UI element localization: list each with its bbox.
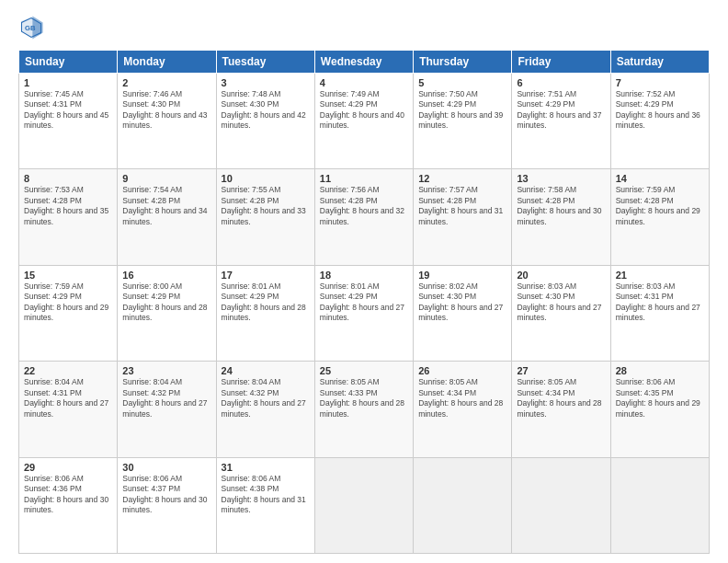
calendar-day-cell xyxy=(610,457,709,553)
day-number: 10 xyxy=(222,173,310,184)
day-number: 25 xyxy=(320,365,408,376)
day-detail: Sunrise: 8:06 AMSunset: 4:36 PMDaylight:… xyxy=(24,474,112,516)
day-detail: Sunrise: 7:53 AMSunset: 4:28 PMDaylight:… xyxy=(24,185,112,227)
calendar-day-cell: 29 Sunrise: 8:06 AMSunset: 4:36 PMDaylig… xyxy=(19,457,118,553)
main-container: GB SundayMondayTuesdayWednesdayThursdayF… xyxy=(0,0,728,563)
day-number: 19 xyxy=(418,270,506,281)
day-number: 1 xyxy=(24,77,112,88)
calendar-day-cell: 19 Sunrise: 8:02 AMSunset: 4:30 PMDaylig… xyxy=(414,265,512,361)
calendar-day-cell: 14 Sunrise: 7:59 AMSunset: 4:28 PMDaylig… xyxy=(610,169,709,265)
calendar-day-cell: 5 Sunrise: 7:50 AMSunset: 4:29 PMDayligh… xyxy=(414,74,512,169)
calendar-week-row: 1 Sunrise: 7:45 AMSunset: 4:31 PMDayligh… xyxy=(19,74,710,169)
calendar-week-row: 29 Sunrise: 8:06 AMSunset: 4:36 PMDaylig… xyxy=(19,457,710,553)
day-detail: Sunrise: 8:04 AMSunset: 4:32 PMDaylight:… xyxy=(222,377,310,419)
calendar-day-cell: 17 Sunrise: 8:01 AMSunset: 4:29 PMDaylig… xyxy=(216,265,314,361)
day-detail: Sunrise: 7:56 AMSunset: 4:28 PMDaylight:… xyxy=(320,185,408,227)
calendar-day-cell: 28 Sunrise: 8:06 AMSunset: 4:35 PMDaylig… xyxy=(610,362,709,457)
day-number: 13 xyxy=(517,173,605,184)
calendar-day-cell: 23 Sunrise: 8:04 AMSunset: 4:32 PMDaylig… xyxy=(118,362,216,457)
calendar-day-header: Saturday xyxy=(610,51,709,74)
day-number: 3 xyxy=(222,77,310,88)
calendar-day-cell: 21 Sunrise: 8:03 AMSunset: 4:31 PMDaylig… xyxy=(610,265,709,361)
calendar-day-cell: 9 Sunrise: 7:54 AMSunset: 4:28 PMDayligh… xyxy=(118,169,216,265)
day-number: 30 xyxy=(122,462,210,473)
calendar-day-cell: 8 Sunrise: 7:53 AMSunset: 4:28 PMDayligh… xyxy=(19,169,118,265)
day-detail: Sunrise: 8:06 AMSunset: 4:38 PMDaylight:… xyxy=(222,474,310,516)
calendar-day-cell: 26 Sunrise: 8:05 AMSunset: 4:34 PMDaylig… xyxy=(414,362,512,457)
day-detail: Sunrise: 8:00 AMSunset: 4:29 PMDaylight:… xyxy=(122,282,210,324)
day-number: 9 xyxy=(122,173,210,184)
day-number: 2 xyxy=(122,77,210,88)
day-detail: Sunrise: 7:46 AMSunset: 4:30 PMDaylight:… xyxy=(122,89,210,132)
day-number: 16 xyxy=(122,270,210,281)
day-number: 24 xyxy=(222,365,310,376)
day-number: 18 xyxy=(320,270,408,281)
calendar-day-header: Friday xyxy=(512,51,610,74)
calendar-day-cell: 31 Sunrise: 8:06 AMSunset: 4:38 PMDaylig… xyxy=(216,457,314,553)
day-number: 26 xyxy=(418,365,506,376)
day-detail: Sunrise: 7:57 AMSunset: 4:28 PMDaylight:… xyxy=(418,185,506,227)
calendar-day-cell: 20 Sunrise: 8:03 AMSunset: 4:30 PMDaylig… xyxy=(512,265,610,361)
day-detail: Sunrise: 8:05 AMSunset: 4:34 PMDaylight:… xyxy=(418,377,506,419)
calendar-day-cell xyxy=(314,457,413,553)
calendar-day-cell: 3 Sunrise: 7:48 AMSunset: 4:30 PMDayligh… xyxy=(216,74,314,169)
day-detail: Sunrise: 7:59 AMSunset: 4:28 PMDaylight:… xyxy=(616,185,704,227)
day-number: 21 xyxy=(616,270,704,281)
day-number: 7 xyxy=(616,77,704,88)
day-detail: Sunrise: 7:58 AMSunset: 4:28 PMDaylight:… xyxy=(517,185,605,227)
calendar-day-cell xyxy=(414,457,512,553)
calendar-day-header: Thursday xyxy=(414,51,512,74)
calendar-day-cell: 4 Sunrise: 7:49 AMSunset: 4:29 PMDayligh… xyxy=(314,74,413,169)
calendar-day-cell: 18 Sunrise: 8:01 AMSunset: 4:29 PMDaylig… xyxy=(314,265,413,361)
day-number: 17 xyxy=(222,270,310,281)
day-number: 4 xyxy=(320,77,408,88)
calendar-day-header: Tuesday xyxy=(216,51,314,74)
day-detail: Sunrise: 8:05 AMSunset: 4:34 PMDaylight:… xyxy=(517,377,605,419)
day-detail: Sunrise: 8:02 AMSunset: 4:30 PMDaylight:… xyxy=(418,282,506,324)
calendar-day-cell: 13 Sunrise: 7:58 AMSunset: 4:28 PMDaylig… xyxy=(512,169,610,265)
day-detail: Sunrise: 7:54 AMSunset: 4:28 PMDaylight:… xyxy=(122,185,210,227)
day-detail: Sunrise: 8:03 AMSunset: 4:31 PMDaylight:… xyxy=(616,282,704,324)
calendar-day-header: Sunday xyxy=(19,51,118,74)
day-number: 28 xyxy=(616,365,704,376)
day-number: 14 xyxy=(616,173,704,184)
logo-icon: GB xyxy=(18,15,44,40)
calendar-day-cell xyxy=(512,457,610,553)
calendar-day-header: Wednesday xyxy=(314,51,413,74)
calendar-header-row: SundayMondayTuesdayWednesdayThursdayFrid… xyxy=(19,51,710,74)
calendar-day-cell: 1 Sunrise: 7:45 AMSunset: 4:31 PMDayligh… xyxy=(19,74,118,169)
calendar-table: SundayMondayTuesdayWednesdayThursdayFrid… xyxy=(18,50,710,554)
calendar-week-row: 22 Sunrise: 8:04 AMSunset: 4:31 PMDaylig… xyxy=(19,362,710,457)
calendar-week-row: 8 Sunrise: 7:53 AMSunset: 4:28 PMDayligh… xyxy=(19,169,710,265)
day-detail: Sunrise: 8:04 AMSunset: 4:32 PMDaylight:… xyxy=(122,377,210,419)
day-number: 20 xyxy=(517,270,605,281)
calendar-day-header: Monday xyxy=(118,51,216,74)
calendar-week-row: 15 Sunrise: 7:59 AMSunset: 4:29 PMDaylig… xyxy=(19,265,710,361)
day-detail: Sunrise: 7:49 AMSunset: 4:29 PMDaylight:… xyxy=(320,89,408,132)
calendar-day-cell: 2 Sunrise: 7:46 AMSunset: 4:30 PMDayligh… xyxy=(118,74,216,169)
logo: GB xyxy=(18,15,48,40)
day-detail: Sunrise: 7:52 AMSunset: 4:29 PMDaylight:… xyxy=(616,89,704,132)
day-detail: Sunrise: 8:06 AMSunset: 4:35 PMDaylight:… xyxy=(616,377,704,419)
day-number: 22 xyxy=(24,365,112,376)
day-detail: Sunrise: 8:05 AMSunset: 4:33 PMDaylight:… xyxy=(320,377,408,419)
day-number: 15 xyxy=(24,270,112,281)
day-detail: Sunrise: 7:59 AMSunset: 4:29 PMDaylight:… xyxy=(24,282,112,324)
svg-text:GB: GB xyxy=(25,24,36,32)
calendar-day-cell: 30 Sunrise: 8:06 AMSunset: 4:37 PMDaylig… xyxy=(118,457,216,553)
calendar-day-cell: 24 Sunrise: 8:04 AMSunset: 4:32 PMDaylig… xyxy=(216,362,314,457)
day-detail: Sunrise: 7:55 AMSunset: 4:28 PMDaylight:… xyxy=(222,185,310,227)
calendar-day-cell: 7 Sunrise: 7:52 AMSunset: 4:29 PMDayligh… xyxy=(610,74,709,169)
day-detail: Sunrise: 7:48 AMSunset: 4:30 PMDaylight:… xyxy=(222,89,310,132)
day-number: 6 xyxy=(517,77,605,88)
calendar-day-cell: 12 Sunrise: 7:57 AMSunset: 4:28 PMDaylig… xyxy=(414,169,512,265)
calendar-day-cell: 11 Sunrise: 7:56 AMSunset: 4:28 PMDaylig… xyxy=(314,169,413,265)
calendar-day-cell: 27 Sunrise: 8:05 AMSunset: 4:34 PMDaylig… xyxy=(512,362,610,457)
day-number: 27 xyxy=(517,365,605,376)
day-number: 31 xyxy=(222,462,310,473)
day-detail: Sunrise: 7:51 AMSunset: 4:29 PMDaylight:… xyxy=(517,89,605,132)
day-detail: Sunrise: 7:50 AMSunset: 4:29 PMDaylight:… xyxy=(418,89,506,132)
day-detail: Sunrise: 8:06 AMSunset: 4:37 PMDaylight:… xyxy=(122,474,210,516)
calendar-day-cell: 10 Sunrise: 7:55 AMSunset: 4:28 PMDaylig… xyxy=(216,169,314,265)
day-number: 5 xyxy=(418,77,506,88)
